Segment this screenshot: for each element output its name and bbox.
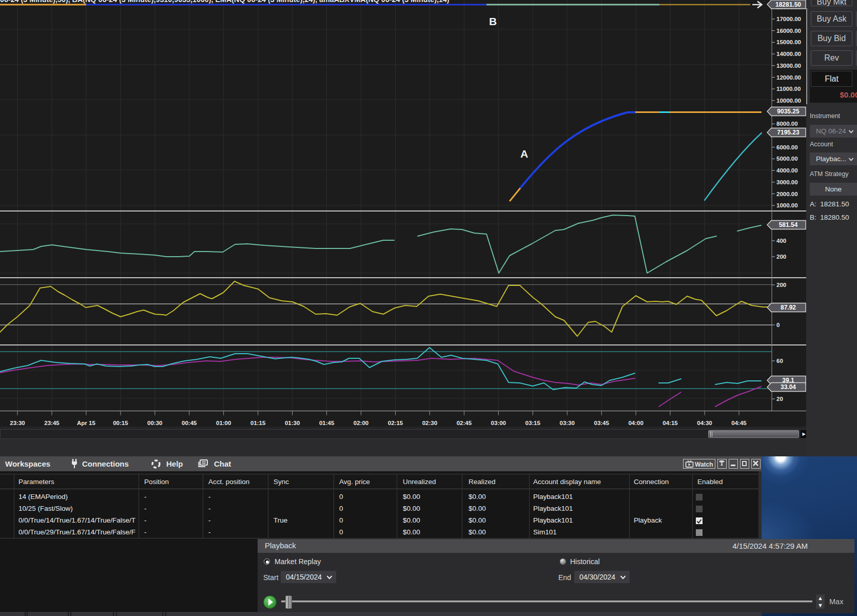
svg-text:00:15: 00:15 (113, 420, 128, 426)
svg-text:04:00: 04:00 (628, 420, 643, 426)
svg-text:20: 20 (776, 396, 783, 402)
svg-text:4000.00: 4000.00 (776, 167, 798, 174)
svg-text:01:45: 01:45 (319, 420, 335, 426)
svg-text:33.04: 33.04 (781, 383, 796, 391)
svg-text:0: 0 (776, 322, 780, 328)
svg-text:9035.25: 9035.25 (777, 108, 800, 115)
svg-text:6000.00: 6000.00 (776, 144, 798, 150)
svg-text:04:30: 04:30 (697, 420, 712, 426)
svg-text:00:30: 00:30 (147, 420, 162, 426)
svg-text:04:15: 04:15 (663, 420, 678, 426)
svg-text:B: B (489, 15, 497, 27)
svg-text:200: 200 (776, 254, 786, 260)
svg-text:02:45: 02:45 (457, 420, 472, 426)
svg-text:23:30: 23:30 (10, 420, 25, 426)
svg-text:04:45: 04:45 (731, 420, 747, 426)
svg-text:03:00: 03:00 (491, 420, 506, 426)
svg-text:17000.00: 17000.00 (776, 16, 801, 22)
svg-text:16000.00: 16000.00 (776, 28, 801, 34)
svg-text:7195.23: 7195.23 (777, 129, 800, 136)
svg-text:10000.00: 10000.00 (776, 98, 801, 104)
svg-text:18281.50: 18281.50 (775, 1, 801, 8)
svg-text:00:45: 00:45 (182, 420, 197, 426)
svg-text:03:30: 03:30 (559, 420, 574, 426)
svg-text:200: 200 (776, 282, 786, 288)
svg-text:01:30: 01:30 (285, 420, 300, 426)
svg-text:87.92: 87.92 (781, 304, 796, 311)
svg-text:1000.00: 1000.00 (776, 202, 798, 208)
svg-text:02:00: 02:00 (354, 420, 368, 426)
svg-text:02:15: 02:15 (388, 420, 403, 426)
svg-text:15000.00: 15000.00 (776, 39, 801, 45)
svg-text:581.54: 581.54 (779, 221, 798, 228)
svg-text:14000.00: 14000.00 (776, 51, 801, 57)
svg-text:5000.00: 5000.00 (776, 156, 798, 162)
svg-text:03:15: 03:15 (525, 420, 540, 426)
svg-text:13000.00: 13000.00 (776, 63, 801, 69)
svg-text:400: 400 (776, 238, 786, 244)
svg-text:Apr 15: Apr 15 (77, 420, 95, 426)
svg-text:8000.00: 8000.00 (776, 121, 798, 127)
svg-text:01:00: 01:00 (216, 420, 231, 426)
svg-text:3000.00: 3000.00 (776, 179, 798, 185)
svg-text:02:30: 02:30 (422, 420, 437, 426)
svg-text:03:45: 03:45 (594, 420, 609, 426)
svg-text:06-24 (3 Minute),50), BA(NQ 06: 06-24 (3 Minute),50), BA(NQ 06-24 (3 Min… (0, 0, 450, 4)
svg-text:23:45: 23:45 (44, 420, 60, 426)
svg-text:12000.00: 12000.00 (776, 74, 801, 81)
svg-text:11000.00: 11000.00 (776, 86, 801, 92)
svg-text:2000.00: 2000.00 (776, 191, 798, 197)
svg-text:A: A (520, 148, 528, 160)
svg-text:60: 60 (776, 358, 783, 364)
svg-text:01:15: 01:15 (250, 420, 266, 426)
